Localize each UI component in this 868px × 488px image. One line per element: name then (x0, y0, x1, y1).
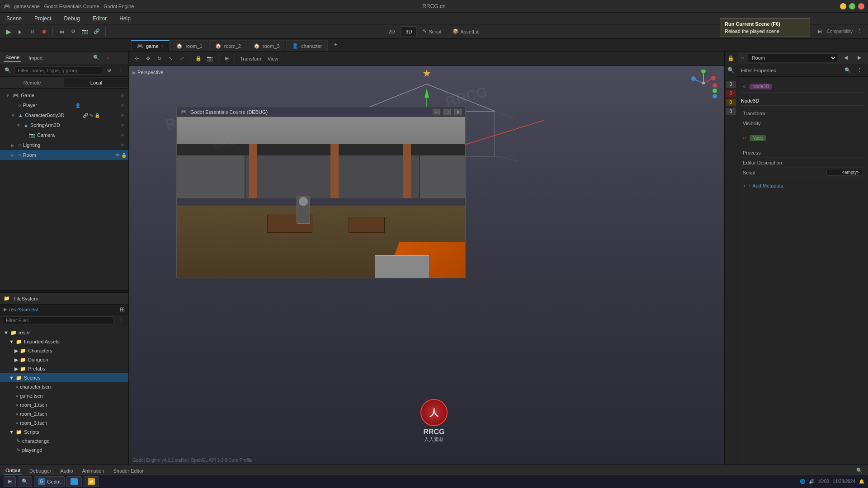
tab-room3[interactable]: 🏠 room_3 (248, 40, 285, 51)
node-selector[interactable]: Room (748, 53, 837, 62)
mode-script-button[interactable]: ✎ Script (418, 26, 446, 37)
vp-scale-tool[interactable]: ⤡ (165, 54, 175, 64)
vp-rotate-tool[interactable]: ↻ (154, 54, 164, 64)
fs-new-folder-button[interactable]: ⊞ (120, 306, 125, 313)
fs-filter-options[interactable]: ⋮ (116, 315, 126, 325)
viewport-area[interactable]: RRCG RRCG RRCG ▶ Perspective (129, 66, 724, 465)
tab-scene[interactable]: Scene (4, 54, 21, 62)
tab-import[interactable]: Import (27, 54, 44, 61)
fs-item-imported[interactable]: ▼ 📁 Imported Assets (0, 337, 128, 346)
inspector-row-transform[interactable]: Transform (741, 108, 864, 118)
fs-item-characters[interactable]: ▶ 📁 Characters (0, 346, 128, 355)
fs-item-game-tscn[interactable]: ▪ game.tscn (0, 391, 128, 400)
scene-filter-search[interactable]: ⊕ (104, 66, 114, 75)
inspector-row-visibility[interactable]: Visibility (741, 118, 864, 128)
fs-item-res[interactable]: ▼ 📁 res:// (0, 328, 128, 337)
filter-options-icon[interactable]: ⋮ (854, 66, 864, 75)
tree-item-springarm[interactable]: ▼ ▲ SpringArm3D 👁 (0, 120, 128, 130)
scene-add-button[interactable]: + (103, 53, 113, 63)
mode-3d-button[interactable]: 3D (401, 26, 417, 37)
menu-editor[interactable]: Editor (90, 14, 109, 23)
side-search-button[interactable]: 🔍 (726, 65, 736, 75)
mode-2d-button[interactable]: 2D (383, 26, 400, 37)
game-window-content[interactable]: RRCG (177, 117, 465, 278)
inspector-history-fwd[interactable]: ▶ (854, 53, 864, 63)
visibility-game[interactable]: 👁 (120, 93, 125, 98)
stop-button[interactable]: ⏹ (39, 27, 49, 37)
more-options-button[interactable]: ⋮ (854, 27, 864, 37)
taskbar-app-browser[interactable]: 🌐 (66, 476, 82, 487)
vp-move-tool[interactable]: ✥ (143, 54, 153, 64)
vp-lock-button[interactable]: 🔒 (193, 54, 203, 64)
scene-search-button[interactable]: 🔍 (91, 53, 101, 63)
menu-project[interactable]: Project (32, 14, 54, 23)
tree-item-camera[interactable]: 📷 Camera 👁 (0, 130, 128, 140)
tab-output[interactable]: Output (4, 467, 22, 475)
fs-item-room2-tscn[interactable]: ▪ room_2.tscn (0, 409, 128, 418)
vp-snap-button[interactable]: ⊞ (222, 54, 231, 64)
tree-item-player[interactable]: ○ Player 👤 👁 (0, 100, 128, 110)
fs-item-dungeon[interactable]: ▶ 📁 Dungeon (0, 355, 128, 364)
layout-button[interactable]: ⊞ (815, 27, 825, 37)
visibility-player[interactable]: 👁 (120, 103, 125, 108)
scene-filter-options[interactable]: ⋮ (116, 66, 126, 75)
fs-item-prefabs[interactable]: ▶ 📁 Prefabs (0, 364, 128, 373)
fs-item-player-gd[interactable]: ✎ player.gd (0, 446, 128, 455)
filter-search-icon[interactable]: 🔍 (843, 66, 853, 75)
close-button[interactable] (858, 3, 864, 9)
tab-animation[interactable]: Animation (80, 467, 106, 474)
inspector-history-back[interactable]: ◀ (841, 53, 851, 63)
pause-button[interactable]: ⏸ (27, 27, 37, 37)
fs-item-character-tscn[interactable]: ▪ character.tscn (0, 382, 128, 391)
visibility-lighting[interactable]: 👁 (120, 143, 125, 148)
remote-debug-button[interactable]: 🔗 (92, 27, 102, 37)
game-win-minimize[interactable]: − (433, 109, 440, 115)
visibility-springarm[interactable]: 👁 (120, 123, 125, 128)
vp-camera-button[interactable]: 📷 (205, 54, 215, 64)
run-current-button[interactable]: ⏵ (15, 27, 25, 37)
minimize-button[interactable] (840, 3, 846, 9)
settings-button[interactable]: ⚙ (68, 27, 78, 37)
viewport-gizmo[interactable] (690, 70, 717, 97)
tree-item-game[interactable]: ▼ 🎮 Game 👁 (0, 90, 128, 100)
fs-item-scenes[interactable]: ▼ 📁 Scenes (0, 373, 128, 382)
fs-filter-input[interactable] (3, 316, 114, 324)
menu-help[interactable]: Help (117, 14, 133, 23)
tab-game[interactable]: 🎮 game × (131, 40, 170, 51)
taskbar-app-folder[interactable]: 📁 (84, 476, 99, 487)
mode-assetlib-button[interactable]: 📦 AssetLib (448, 26, 485, 37)
scene-filter-input[interactable] (14, 66, 102, 75)
fs-item-room1-tscn[interactable]: ▪ room_1.tscn (0, 400, 128, 409)
visibility-charbody[interactable]: 👁 (120, 113, 125, 118)
tab-room1[interactable]: 🏠 room_1 (170, 40, 208, 51)
local-tab[interactable]: Local (64, 78, 128, 87)
inspector-row-process[interactable]: Process (741, 148, 864, 158)
remote-tab[interactable]: Remote (0, 78, 64, 87)
search-button[interactable]: 🔍 (18, 476, 32, 487)
fs-item-char-gd[interactable]: ✎ character.gd (0, 436, 128, 446)
maximize-button[interactable] (849, 3, 855, 9)
inspector-row-script[interactable]: Script <empty> (741, 168, 864, 178)
tab-character[interactable]: 👤 character (286, 40, 328, 51)
tab-room2[interactable]: 🏠 room_2 (209, 40, 247, 51)
add-tab-button[interactable]: + (330, 39, 340, 49)
start-button[interactable]: ⊞ (4, 476, 16, 487)
camera-button[interactable]: 📷 (80, 27, 90, 37)
fs-item-room3-tscn[interactable]: ▪ room_3.tscn (0, 418, 128, 427)
tab-shader-editor[interactable]: Shader Editor (111, 467, 145, 474)
game-win-close[interactable]: × (454, 109, 462, 115)
add-metadata-button[interactable]: + + Add Metadata (741, 181, 864, 190)
tab-debugger[interactable]: Debugger (28, 467, 53, 474)
taskbar-app-godot[interactable]: G Godot (34, 476, 65, 487)
side-lock-button[interactable]: 🔒 (726, 53, 736, 63)
scene-options-button[interactable]: ⋮ (115, 53, 125, 63)
tree-item-lighting[interactable]: ▶ ○ Lighting 👁 (0, 140, 128, 150)
step-button[interactable]: ⏭ (57, 27, 66, 37)
fs-item-scripts[interactable]: ▼ 📁 Scripts (0, 427, 128, 436)
vp-tool5[interactable]: ⤢ (177, 54, 187, 64)
menu-debug[interactable]: Debug (61, 14, 82, 23)
visibility-camera[interactable]: 👁 (120, 133, 125, 138)
menu-scene[interactable]: Scene (4, 14, 24, 23)
game-win-maximize[interactable]: □ (443, 109, 451, 115)
tab-audio[interactable]: Audio (58, 467, 75, 474)
